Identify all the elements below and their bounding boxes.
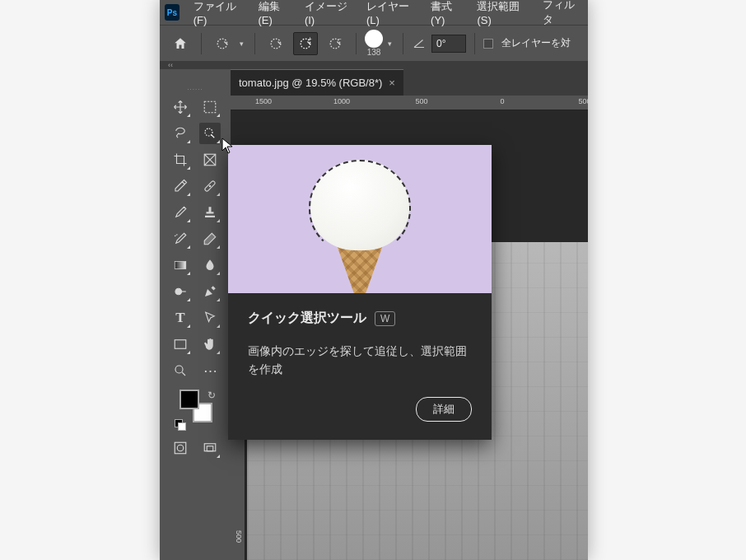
move-icon (173, 100, 188, 114)
angle-icon (412, 36, 427, 51)
foreground-color-swatch[interactable] (180, 390, 199, 409)
ruler-horizontal[interactable]: 1500 1000 500 0 500 (231, 96, 588, 110)
tool-tooltip: クイック選択ツール W 画像内のエッジを探して追従し、選択範囲を作成 詳細 (228, 145, 492, 440)
clone-stamp-tool[interactable] (199, 202, 221, 223)
menu-file[interactable]: ファイル(F) (186, 0, 251, 30)
svg-point-10 (209, 185, 211, 187)
tooltip-shortcut-badge: W (375, 311, 395, 326)
ruler-tick: 1500 (255, 97, 272, 105)
hand-icon (203, 337, 217, 352)
menu-filter[interactable]: フィルタ (535, 0, 588, 31)
rectangle-icon (173, 337, 188, 352)
menu-select[interactable]: 選択範囲(S) (469, 0, 534, 30)
frame-tool[interactable] (199, 149, 221, 170)
selection-add-icon: + (297, 35, 314, 52)
panel-grip[interactable]: ∙∙∙∙∙∙ (179, 86, 212, 93)
chevron-down-icon[interactable]: ▾ (240, 40, 246, 48)
brush-tool[interactable] (170, 202, 191, 223)
divider (403, 33, 403, 54)
gradient-icon (173, 258, 188, 273)
tool-preset-button[interactable] (210, 32, 235, 55)
menu-layer[interactable]: レイヤー(L) (359, 0, 423, 30)
svg-point-0 (217, 39, 227, 49)
lasso-icon (173, 126, 188, 141)
svg-rect-15 (175, 442, 186, 454)
ruler-tick: 0 (500, 97, 504, 105)
home-button[interactable] (168, 32, 193, 55)
type-tool[interactable]: T (170, 307, 191, 329)
history-brush-icon (173, 231, 188, 246)
hand-tool[interactable] (199, 334, 221, 355)
svg-rect-17 (204, 444, 216, 451)
new-selection-button[interactable] (263, 32, 288, 55)
ruler-tick: 500 (578, 97, 588, 105)
panel-collapse-handle[interactable]: ‹‹ (160, 61, 588, 69)
ruler-tick: 1000 (333, 97, 350, 105)
document-tab[interactable]: tomato.jpg @ 19.5% (RGB/8*) × (231, 69, 403, 96)
selection-new-icon (268, 35, 284, 52)
add-selection-button[interactable]: + (293, 32, 318, 55)
crop-tool[interactable] (170, 149, 191, 170)
default-colors-icon[interactable] (175, 419, 186, 431)
document-tab-title: tomato.jpg @ 19.5% (RGB/8*) (239, 77, 382, 89)
eraser-tool[interactable] (199, 228, 221, 250)
color-swatches[interactable]: ↻ (175, 390, 216, 431)
brush-icon (173, 205, 188, 220)
tooltip-preview-image (228, 145, 492, 293)
svg-rect-18 (207, 446, 213, 451)
detail-button[interactable]: 詳細 (416, 397, 472, 422)
svg-text:+: + (308, 35, 312, 43)
brush-size-label: 138 (367, 48, 381, 57)
subtract-selection-button[interactable]: − (323, 32, 347, 55)
divider (201, 33, 202, 54)
close-icon[interactable]: × (389, 77, 395, 89)
type-icon: T (175, 310, 184, 326)
swap-colors-icon[interactable]: ↻ (207, 390, 216, 401)
bandaid-icon (203, 179, 217, 194)
zoom-tool[interactable] (170, 360, 191, 381)
svg-point-14 (175, 366, 183, 373)
chevron-down-icon[interactable]: ▾ (388, 40, 394, 48)
pen-tool[interactable] (199, 281, 221, 302)
menu-image[interactable]: イメージ(I) (297, 0, 359, 30)
quick-select-brush-icon (214, 35, 231, 52)
brush-picker[interactable]: 138 (365, 30, 383, 57)
spot-heal-tool[interactable] (199, 175, 221, 197)
blur-tool[interactable] (199, 254, 221, 276)
gradient-tool[interactable] (170, 254, 191, 276)
zoom-icon (173, 363, 188, 378)
frame-icon (203, 152, 217, 167)
selection-subtract-icon: − (327, 35, 343, 52)
move-tool[interactable] (170, 96, 191, 118)
marquee-tool[interactable] (199, 96, 221, 118)
angle-input[interactable] (431, 35, 466, 53)
dodge-icon (173, 284, 188, 299)
eyedropper-icon (173, 179, 188, 194)
path-select-tool[interactable] (199, 307, 221, 329)
lasso-tool[interactable] (170, 123, 191, 144)
tooltip-description: 画像内のエッジを探して追従し、選択範囲を作成 (248, 342, 472, 379)
menu-edit[interactable]: 編集(E) (251, 0, 297, 30)
quick-mask-button[interactable] (170, 437, 191, 459)
options-bar: ▾ + − 138 ▾ 全レイヤーを対 (160, 25, 588, 61)
arrow-cursor-icon (203, 310, 217, 325)
droplet-icon (203, 258, 217, 273)
tooltip-title: クイック選択ツール (248, 310, 366, 327)
all-layers-checkbox[interactable] (483, 39, 493, 49)
pen-icon (203, 284, 217, 299)
menu-type[interactable]: 書式(Y) (423, 0, 469, 30)
rectangle-tool[interactable] (170, 334, 191, 355)
svg-text:−: − (338, 35, 342, 43)
edit-toolbar-button[interactable]: ⋯ (199, 360, 221, 381)
svg-point-1 (271, 39, 281, 49)
dodge-tool[interactable] (170, 281, 191, 302)
photoshop-logo[interactable]: Ps (165, 4, 180, 21)
svg-rect-11 (175, 262, 186, 269)
eraser-icon (203, 231, 217, 246)
stamp-icon (203, 205, 217, 220)
history-brush-tool[interactable] (170, 228, 191, 250)
screen-mode-button[interactable] (199, 437, 221, 459)
eyedropper-tool[interactable] (170, 175, 191, 197)
home-icon (173, 36, 188, 51)
quick-select-tool[interactable] (199, 123, 221, 144)
